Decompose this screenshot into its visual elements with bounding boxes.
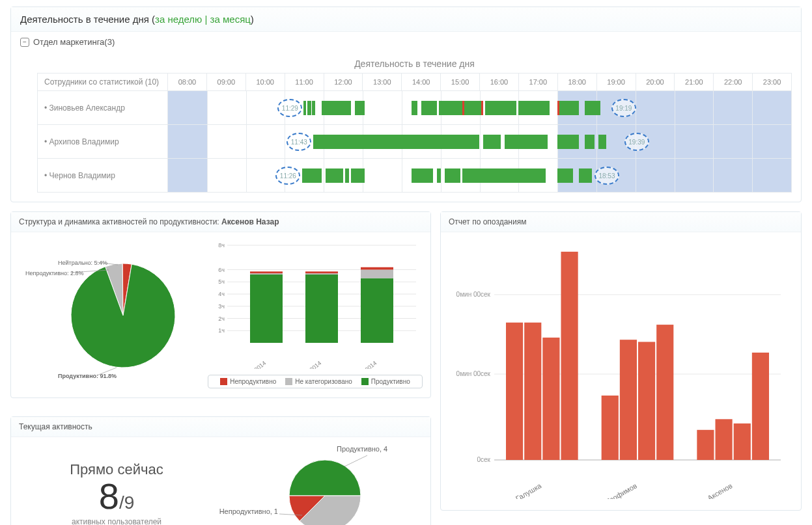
time-bubble: 19:19 [611,99,636,117]
timeline-hour-header: 09:00 [206,74,245,91]
timeline-hour-header: 11:00 [285,74,324,91]
activity-segment[interactable] [313,135,480,149]
pie-label-neutral: Нейтрально: 5.4% [58,260,107,266]
bar-segment[interactable] [250,275,283,343]
bar-segment[interactable] [250,271,283,273]
productivity-bar-chart: 1ч2ч3ч4ч5ч6ч8ч16 Июл 201417 Июл 201418 И… [208,239,423,369]
activity-segment[interactable] [598,135,606,149]
activity-segment[interactable] [312,101,315,115]
activity-segment[interactable] [439,101,462,115]
activity-segment[interactable] [412,101,417,115]
bar-segment[interactable] [361,267,393,270]
productivity-body: Нейтрально: 5.4% Непродуктивно: 2.8% Про… [11,232,430,397]
bar-segment[interactable] [305,275,338,343]
activity-segment[interactable] [355,101,365,115]
time-bubble: 19:39 [624,133,649,151]
activity-segment[interactable] [322,101,351,115]
activity-segment[interactable] [437,168,441,183]
activity-segment[interactable] [345,168,349,183]
minus-icon[interactable]: − [20,38,29,47]
pie-label: Продуктивно, 4 [337,445,387,453]
tardy-bar[interactable] [506,323,523,460]
timeline-hour-header: 21:00 [675,74,714,91]
timeline-hour-header: 14:00 [402,74,441,91]
svg-text:17 Июл 2014: 17 Июл 2014 [292,360,322,369]
productivity-panel: Структура и динамика активностей по прод… [10,211,431,398]
tardy-bar[interactable] [542,338,559,460]
activity-segment[interactable] [557,135,579,149]
bar-segment[interactable] [305,271,338,273]
activity-segment[interactable] [585,101,600,115]
activity-segment[interactable] [559,101,579,115]
activity-segment[interactable] [307,101,311,115]
tardy-bar[interactable] [734,424,751,460]
tardiness-panel: Отчет по опозданиям 0сек0мин 00сек0мин 0… [440,211,802,511]
tardy-bar[interactable] [561,252,578,460]
activity-segment[interactable] [421,101,437,115]
tardy-bar[interactable] [752,353,769,460]
pie-slice[interactable] [289,460,361,496]
day-activity-title-prefix: Деятельность в течение дня ( [20,14,155,25]
svg-text:5ч: 5ч [218,278,225,285]
activity-segment[interactable] [303,101,306,115]
productivity-title-name: Аксенов Назар [221,217,279,226]
activity-segment[interactable] [326,168,343,183]
tardy-bar[interactable] [716,419,733,460]
activity-segment[interactable] [485,101,516,115]
activity-segment[interactable] [505,135,548,149]
now-count: 8/9 [19,478,214,515]
now-sub: активных пользователей [19,517,214,526]
svg-text:1ч: 1ч [218,327,225,334]
link-month[interactable]: за месяц [210,14,251,25]
timeline-body: • Зиновьев Александр11:2919:19• Архипов … [38,91,792,193]
timeline-hour-header: 22:00 [714,74,753,91]
day-activity-header: Деятельность в течение дня (за неделю | … [11,7,801,32]
legend-unproductive: Непродуктивно [220,378,276,385]
timeline-hour-header: 12:00 [324,74,363,91]
tardy-bar[interactable] [638,342,655,461]
productivity-bars-wrap: 1ч2ч3ч4ч5ч6ч8ч16 Июл 201417 Июл 201418 И… [208,239,423,388]
timeline-hour-header: 17:00 [518,74,557,91]
pie-label-unproductive: Непродуктивно: 2.8% [25,270,83,276]
bar-segment[interactable] [361,278,393,343]
activity-segment[interactable] [462,168,546,183]
activity-segment[interactable] [483,135,501,149]
svg-text:16 Июл 2014: 16 Июл 2014 [236,360,267,369]
tardy-bar[interactable] [524,323,541,460]
tardy-bar[interactable] [602,396,619,460]
activity-segment[interactable] [481,101,483,115]
tardy-bar[interactable] [697,430,714,460]
svg-text:0сек: 0сек [477,456,491,463]
activity-segment[interactable] [302,168,322,183]
bar-segment[interactable] [250,273,283,275]
day-activity-title-suffix: ) [251,14,254,25]
svg-text:0мин 00сек: 0мин 00сек [456,291,491,298]
bar-segment[interactable] [361,270,393,278]
svg-text:4ч: 4ч [218,291,225,297]
svg-text:Н. Аксенов: Н. Аксенов [698,481,734,499]
activity-segment[interactable] [557,168,573,183]
day-activity-panel: Деятельность в течение дня (за неделю | … [10,7,802,202]
svg-text:18 Июл 2014: 18 Июл 2014 [347,360,378,369]
tardy-bar[interactable] [656,325,673,460]
bar-segment[interactable] [305,273,338,275]
dept-node[interactable]: − Отдел маркетинга(3) [20,37,801,49]
activity-segment[interactable] [351,168,365,183]
activity-segment[interactable] [412,168,433,183]
tardy-bar[interactable] [620,340,637,460]
link-separator: | [202,14,210,25]
now-block: Прямо сейчас 8/9 активных пользователей [19,455,214,526]
employee-name: • Архипов Владимир [38,125,168,159]
tardiness-body: 0сек0мин 00сек0мин 00секВ. ГалушкаТ. Тро… [441,232,801,510]
productivity-legend: Непродуктивно Не категоризовано Продукти… [208,375,423,388]
activity-segment[interactable] [579,168,592,183]
activity-segment[interactable] [585,135,595,149]
svg-text:6ч: 6ч [218,267,225,273]
activity-segment[interactable] [445,168,460,183]
activity-segment[interactable] [464,101,482,115]
timeline-row: • Чернов Владимир11:2618:53 [38,159,792,193]
employee-name: • Чернов Владимир [38,159,168,193]
activity-segment[interactable] [518,101,550,115]
link-week[interactable]: за неделю [155,14,202,25]
timeline-wrap: Деятельность в течение дня Сотрудники со… [37,55,792,193]
